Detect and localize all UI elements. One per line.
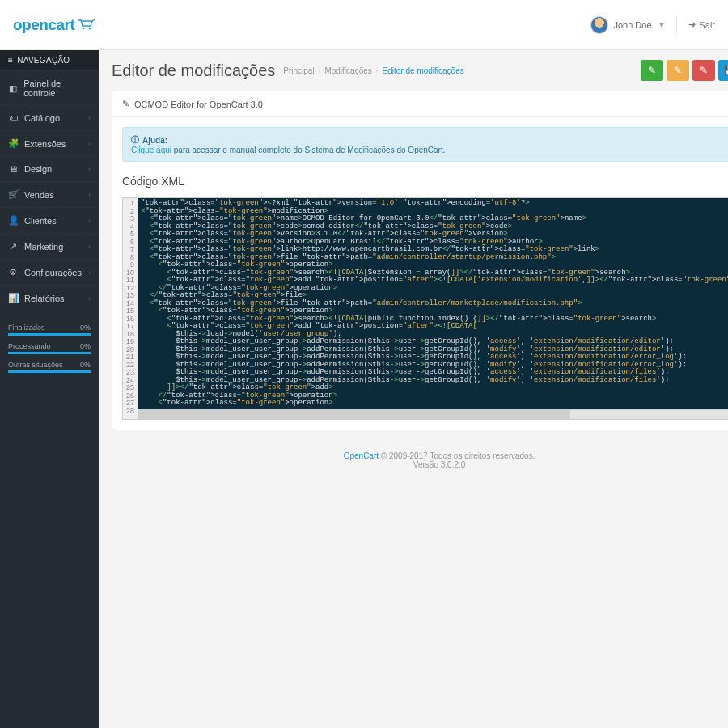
cart-icon xyxy=(78,16,95,34)
footer-copy: © 2009-2017 Todos os direitos reservados… xyxy=(379,451,535,460)
svg-point-0 xyxy=(83,27,85,29)
stat-label: Processando xyxy=(8,342,51,350)
save-icon: 💾 xyxy=(724,65,728,76)
action-buttons: ✎ ✎ ✎ 💾 ↩ xyxy=(641,60,728,81)
footer: OpenCart © 2009-2017 Todos os direitos r… xyxy=(99,443,728,485)
logout-link[interactable]: ➜ Sair xyxy=(688,19,715,30)
brand-text: opencart xyxy=(13,16,74,34)
horizontal-scrollbar[interactable] xyxy=(138,409,728,419)
sidebar-item-label: Configurações xyxy=(24,268,82,277)
stat-row: Outras situações0% xyxy=(8,361,91,373)
body: ≡ NAVEGAÇÃO ◧Painel de controle🏷Catálogo… xyxy=(0,50,728,728)
avatar xyxy=(590,16,608,34)
panel-heading: ✎ OCMOD Editor for OpenCart 3.0 xyxy=(112,91,728,117)
chevron-right-icon: › xyxy=(88,243,91,251)
sidebar-item-label: Catálogo xyxy=(24,113,60,123)
cart-icon: 🛒 xyxy=(8,189,18,200)
user-icon: 👤 xyxy=(8,215,18,226)
chevron-right-icon: › xyxy=(88,217,91,225)
chevron-right-icon: › xyxy=(88,165,91,173)
logout-label: Sair xyxy=(699,20,715,30)
main: Editor de modificações Principal · Modif… xyxy=(99,50,728,728)
info-icon: ⓘ xyxy=(131,134,139,146)
dashboard-icon: ◧ xyxy=(8,83,17,94)
chevron-right-icon: › xyxy=(88,191,91,199)
tags-icon: 🏷 xyxy=(8,113,18,123)
brand-logo[interactable]: opencart xyxy=(13,16,95,34)
order-stats: Finalizados0%Processando0%Outras situaçõ… xyxy=(0,315,99,381)
sidebar-item-desktop[interactable]: 🖥Design› xyxy=(0,156,99,181)
chevron-right-icon: › xyxy=(88,114,91,122)
scroll-thumb[interactable] xyxy=(138,410,570,419)
delete-error-button[interactable]: ✎ xyxy=(692,60,715,81)
user-area: John Doe ▼ ➜ Sair xyxy=(590,16,715,34)
separator xyxy=(676,16,677,34)
footer-version: Versão 3.0.2.0 xyxy=(99,460,728,469)
sidebar: ≡ NAVEGAÇÃO ◧Painel de controle🏷Catálogo… xyxy=(0,50,99,728)
stat-bar xyxy=(8,370,91,373)
stat-value: 0% xyxy=(80,324,91,332)
xml-section-title: Código XML xyxy=(112,171,728,193)
stat-row: Processando0% xyxy=(8,342,91,354)
stat-label: Finalizados xyxy=(8,324,45,332)
puzzle-icon: 🧩 xyxy=(8,138,18,149)
sidebar-item-dashboard[interactable]: ◧Painel de controle xyxy=(0,70,99,105)
sidebar-item-label: Design xyxy=(24,164,52,174)
pencil-icon: ✎ xyxy=(700,65,708,76)
stat-label: Outras situações xyxy=(8,361,63,369)
panel: ✎ OCMOD Editor for OpenCart 3.0 ⓘAjuda: … xyxy=(112,91,728,430)
sidebar-item-tags[interactable]: 🏷Catálogo› xyxy=(0,105,99,130)
save-button[interactable]: 💾 xyxy=(718,60,728,81)
stat-value: 0% xyxy=(80,342,91,350)
stat-bar xyxy=(8,333,91,336)
chevron-right-icon: › xyxy=(88,140,91,148)
nav-header: ≡ NAVEGAÇÃO xyxy=(0,50,99,70)
pencil-icon: ✎ xyxy=(674,65,682,76)
stat-value: 0% xyxy=(80,361,91,369)
new-button[interactable]: ✎ xyxy=(641,60,663,81)
sidebar-item-label: Clientes xyxy=(24,216,57,226)
sidebar-item-label: Relatórios xyxy=(24,294,65,303)
topbar: opencart John Doe ▼ ➜ Sair xyxy=(0,0,728,50)
user-name: John Doe xyxy=(613,20,651,30)
chevron-right-icon: › xyxy=(88,269,91,277)
menu-icon: ≡ xyxy=(8,56,13,65)
code-area[interactable]: "tok-attr">class="tok-green"><?xml "tok-… xyxy=(138,198,728,419)
nav-header-label: NAVEGAÇÃO xyxy=(17,56,70,65)
line-gutter: 1234567891011121314151617181920212223242… xyxy=(123,198,138,419)
sidebar-item-label: Painel de controle xyxy=(23,78,91,98)
help-text: para acessar o manual completo do Sistem… xyxy=(171,146,446,154)
breadcrumb: Principal · Modificações · Editor de mod… xyxy=(283,66,463,75)
pencil-icon: ✎ xyxy=(648,65,656,76)
code-editor[interactable]: 1234567891011121314151617181920212223242… xyxy=(122,197,728,420)
crumb-1[interactable]: Principal xyxy=(283,66,314,75)
sidebar-item-label: Marketing xyxy=(24,242,63,252)
help-link[interactable]: Clique aqui xyxy=(131,146,171,154)
svg-point-1 xyxy=(89,27,91,29)
crumb-2[interactable]: Modificações xyxy=(324,66,371,75)
page-header: Editor de modificações Principal · Modif… xyxy=(99,50,728,87)
panel-title: OCMOD Editor for OpenCart 3.0 xyxy=(134,99,263,109)
sidebar-item-label: Extensões xyxy=(24,139,66,149)
sidebar-item-share[interactable]: ↗Marketing› xyxy=(0,233,99,259)
chevron-right-icon: › xyxy=(88,294,91,303)
cog-icon: ⚙ xyxy=(8,267,18,277)
sidebar-item-label: Vendas xyxy=(24,190,54,200)
bar-icon: 📊 xyxy=(8,293,18,303)
crumb-3[interactable]: Editor de modificações xyxy=(383,66,464,75)
edit-button[interactable]: ✎ xyxy=(667,60,689,81)
share-icon: ↗ xyxy=(8,241,18,252)
footer-brand[interactable]: OpenCart xyxy=(344,451,379,460)
page-title: Editor de modificações xyxy=(112,61,275,80)
help-alert: ⓘAjuda: Clique aqui para acessar o manua… xyxy=(122,127,728,162)
sidebar-item-bar[interactable]: 📊Relatórios› xyxy=(0,285,99,311)
help-title: Ajuda: xyxy=(142,136,167,145)
user-menu[interactable]: John Doe ▼ xyxy=(590,16,665,34)
logout-icon: ➜ xyxy=(688,19,696,30)
sidebar-item-cart[interactable]: 🛒Vendas› xyxy=(0,181,99,207)
sidebar-item-cog[interactable]: ⚙Configurações› xyxy=(0,259,99,285)
pencil-icon: ✎ xyxy=(122,99,129,109)
sidebar-item-user[interactable]: 👤Clientes› xyxy=(0,207,99,233)
desktop-icon: 🖥 xyxy=(8,164,18,174)
sidebar-item-puzzle[interactable]: 🧩Extensões› xyxy=(0,130,99,156)
